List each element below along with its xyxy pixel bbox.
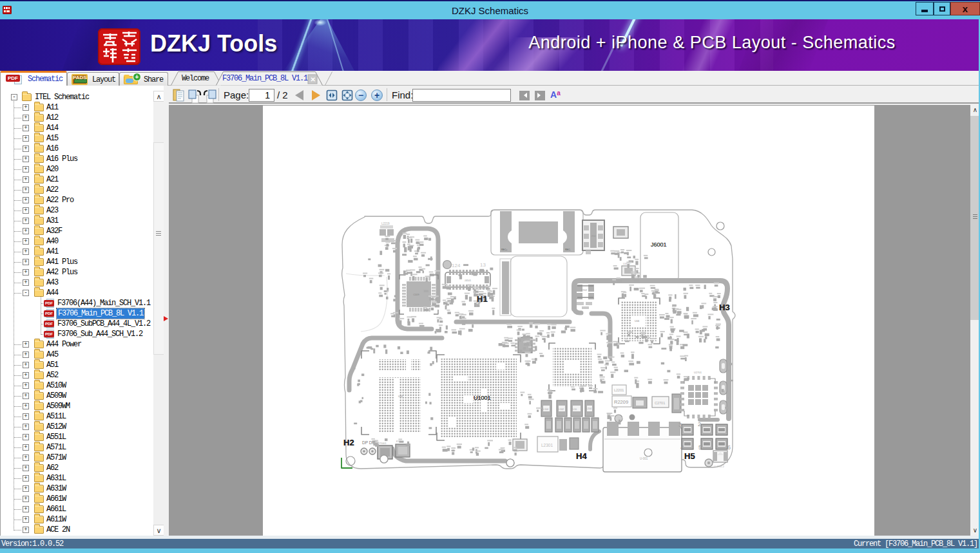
svg-text:J6001: J6001: [651, 241, 667, 248]
svg-text:U-0905-2: U-0905-2: [714, 465, 724, 468]
svg-text:H1: H1: [477, 294, 488, 304]
svg-text:L102: L102: [559, 408, 564, 411]
svg-text:L204: L204: [586, 408, 591, 410]
svg-text:H4: H4: [576, 451, 587, 461]
svg-text:124: 124: [452, 263, 461, 268]
svg-text:H3: H3: [719, 303, 730, 312]
svg-text:L2301: L2301: [541, 443, 553, 447]
svg-text:5: 5: [698, 444, 702, 451]
svg-text:L10: L10: [573, 408, 577, 411]
svg-text:3: 3: [678, 422, 682, 428]
svg-text:X902: X902: [581, 288, 588, 292]
svg-text:REC-: REC-: [565, 248, 572, 251]
svg-text:2: 2: [698, 421, 701, 427]
svg-text:REC+: REC+: [501, 248, 508, 251]
svg-text:C2701: C2701: [655, 401, 665, 405]
svg-text:U02: U02: [398, 395, 403, 398]
svg-text:H5: H5: [684, 451, 695, 461]
svg-text:4: 4: [680, 444, 684, 451]
svg-text:F3706_Main_PCB_8L V1.1: F3706_Main_PCB_8L V1.1: [222, 74, 308, 83]
svg-text:✕: ✕: [311, 76, 316, 83]
svg-text:U06: U06: [635, 319, 640, 323]
svg-text:H2: H2: [343, 438, 354, 447]
svg-text:U-001: U-001: [640, 457, 648, 460]
svg-text:U1001: U1001: [474, 395, 491, 401]
svg-text:U2701: U2701: [694, 371, 702, 374]
svg-text:13: 13: [480, 262, 486, 268]
svg-text:KY5001: KY5001: [378, 442, 387, 445]
svg-text:Welcome: Welcome: [182, 74, 209, 83]
svg-text:L104: L104: [543, 408, 548, 411]
svg-text:R2209: R2209: [614, 399, 628, 405]
svg-text:C009: C009: [413, 293, 419, 296]
svg-text:6: 6: [727, 444, 731, 451]
svg-text:J900: J900: [591, 235, 596, 238]
svg-text:L2201: L2201: [614, 388, 624, 392]
svg-text:L2219: L2219: [381, 222, 390, 225]
svg-text:J4501: J4501: [465, 279, 471, 282]
